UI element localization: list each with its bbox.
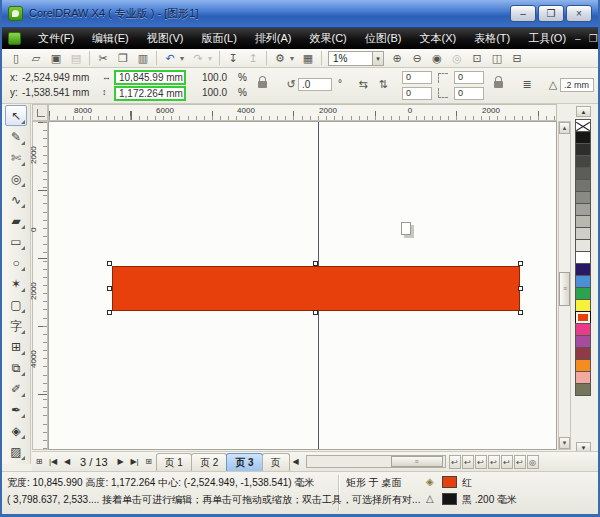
tool-text[interactable]: 字 — [5, 315, 27, 336]
selection-handle[interactable] — [313, 261, 318, 266]
page-tab[interactable]: 页 2 — [191, 453, 227, 471]
menu-item[interactable]: 位图(B) — [356, 29, 411, 48]
drawing-canvas[interactable] — [48, 121, 557, 450]
menu-item[interactable]: 文本(X) — [410, 29, 465, 48]
add-page-icon[interactable]: ⊞ — [32, 454, 46, 469]
restore-button[interactable]: ❐ — [538, 5, 564, 22]
curl-button-icon[interactable]: ↩ — [449, 455, 461, 469]
selection-handle[interactable] — [518, 310, 523, 315]
selection-handle[interactable] — [107, 310, 112, 315]
doc-minimize-button[interactable]: – — [575, 34, 581, 44]
tool-fill[interactable]: ◈ — [5, 420, 27, 441]
horizontal-scroll-thumb[interactable]: ≡ — [391, 456, 443, 467]
tool-zoom[interactable]: ◎ — [5, 168, 27, 189]
tool-interactive-fill[interactable]: ▨ — [5, 441, 27, 462]
object-width-field[interactable]: 10,845.99 mm — [114, 70, 186, 85]
corner-radius-tr-field[interactable]: 0 — [454, 71, 484, 84]
menu-item[interactable]: 视图(V) — [138, 29, 193, 48]
fullscreen-preview-icon[interactable]: ▦ — [298, 50, 318, 66]
corner-lock-icon[interactable] — [494, 81, 503, 88]
zoom-out-icon[interactable]: ⊖ — [407, 50, 427, 66]
zoom-in-icon[interactable]: ⊕ — [387, 50, 407, 66]
selected-rectangle[interactable] — [112, 266, 520, 311]
first-page-icon[interactable]: |◀ — [46, 454, 60, 469]
scroll-up-icon[interactable]: ▲ — [559, 122, 570, 134]
zoom-page-width-icon[interactable]: ◫ — [487, 50, 507, 66]
tool-rectangle[interactable]: ▭ — [5, 231, 27, 252]
y-position-field[interactable]: -1,538.541 mm — [22, 87, 89, 100]
rotation-angle-field[interactable]: .0 — [298, 78, 332, 91]
curl-button-icon[interactable]: ↩ — [462, 455, 474, 469]
curl-button-icon[interactable]: ↩ — [501, 455, 513, 469]
corner-radius-tl-field[interactable]: 0 — [402, 71, 432, 84]
copy-icon[interactable]: ❐ — [113, 50, 133, 66]
text-wrap-icon[interactable]: ≣ — [518, 76, 536, 92]
outline-width-field[interactable]: .2 mm — [560, 78, 594, 92]
menu-item[interactable]: 文件(F) — [29, 29, 83, 48]
vertical-ruler[interactable]: 2000020004000 — [32, 121, 48, 450]
object-height-field[interactable]: 1,172.264 mm — [114, 86, 186, 101]
menu-item[interactable]: 编辑(E) — [83, 29, 138, 48]
ruler-origin[interactable] — [32, 104, 48, 121]
zoom-selected-icon[interactable]: ◉ — [427, 50, 447, 66]
redo-icon[interactable]: ↷ — [188, 50, 208, 66]
tool-polygon[interactable]: ✶ — [5, 273, 27, 294]
add-page-icon[interactable]: ⊞ — [142, 454, 156, 469]
application-launcher-icon[interactable]: ⚙ — [270, 50, 290, 66]
tool-freehand[interactable]: ∿ — [5, 189, 27, 210]
mirror-vertical-icon[interactable]: ⇅ — [374, 76, 392, 92]
open-icon[interactable]: ▱ — [26, 50, 46, 66]
selection-handle[interactable] — [518, 261, 523, 266]
menu-item[interactable]: 表格(T) — [465, 29, 519, 48]
page-tab[interactable]: 页 3 — [226, 453, 262, 471]
tool-outline-pen[interactable]: ✒ — [5, 399, 27, 420]
doc-restore-button[interactable]: ❐ — [589, 34, 598, 44]
tool-basic-shapes[interactable]: ▢ — [5, 294, 27, 315]
x-position-field[interactable]: -2,524.949 mm — [22, 72, 89, 85]
tab-scroll-left-icon[interactable]: ◀ — [289, 454, 303, 469]
export-icon[interactable]: ↥ — [243, 50, 263, 66]
minimize-button[interactable]: – — [510, 5, 536, 22]
tool-table[interactable]: ⊞ — [5, 336, 27, 357]
zoom-page-icon[interactable]: ⊡ — [467, 50, 487, 66]
selection-handle[interactable] — [313, 310, 318, 315]
tool-blend[interactable]: ⧉ — [5, 357, 27, 378]
zoom-level-combo[interactable]: 1% ▾ — [328, 51, 384, 66]
corner-radius-br-field[interactable]: 0 — [454, 87, 484, 100]
zoom-all-icon[interactable]: ◎ — [447, 50, 467, 66]
close-button[interactable]: × — [566, 5, 592, 22]
last-page-icon[interactable]: ▶| — [128, 454, 142, 469]
tool-shape[interactable]: ✎ — [5, 126, 27, 147]
curl-button-icon[interactable]: ↩ — [475, 455, 487, 469]
page-tab[interactable]: 页 — [262, 453, 290, 471]
page-tab[interactable]: 页 1 — [156, 453, 192, 471]
horizontal-ruler[interactable]: 800060004000200002000 — [48, 104, 557, 121]
palette-scroll-up-icon[interactable]: ▲ — [576, 106, 591, 117]
zoom-combo-dropdown-icon[interactable]: ▾ — [372, 52, 383, 65]
launcher-dropdown-icon[interactable]: ▾ — [290, 54, 298, 63]
tool-pick[interactable]: ↖ — [5, 105, 27, 126]
selection-handle[interactable] — [107, 261, 112, 266]
scale-y-field[interactable]: 100.0 — [202, 87, 227, 100]
undo-dropdown-icon[interactable]: ▾ — [180, 54, 188, 63]
vertical-scroll-thumb[interactable]: ≡ — [559, 272, 570, 306]
scroll-down-icon[interactable]: ▼ — [559, 437, 570, 449]
selection-handle[interactable] — [107, 286, 112, 291]
curl-button-icon[interactable]: ↩ — [514, 455, 526, 469]
previous-page-icon[interactable]: ◀ — [60, 454, 74, 469]
tool-smart-fill[interactable]: ▰ — [5, 210, 27, 231]
import-icon[interactable]: ↧ — [223, 50, 243, 66]
menu-item[interactable]: 版面(L) — [192, 29, 245, 48]
zoom-page-height-icon[interactable]: ⊟ — [507, 50, 527, 66]
scale-lock-icon[interactable] — [258, 81, 267, 88]
print-icon[interactable]: ▤ — [66, 50, 86, 66]
curl-button-icon[interactable]: ↩ — [488, 455, 500, 469]
menu-item[interactable]: 排列(A) — [246, 29, 301, 48]
redo-dropdown-icon[interactable]: ▾ — [208, 54, 216, 63]
selection-handle[interactable] — [518, 286, 523, 291]
tool-crop[interactable]: ✄ — [5, 147, 27, 168]
next-page-icon[interactable]: ▶ — [114, 454, 128, 469]
corner-radius-bl-field[interactable]: 0 — [402, 87, 432, 100]
color-swatch[interactable] — [575, 383, 591, 396]
save-icon[interactable]: ▣ — [46, 50, 66, 66]
